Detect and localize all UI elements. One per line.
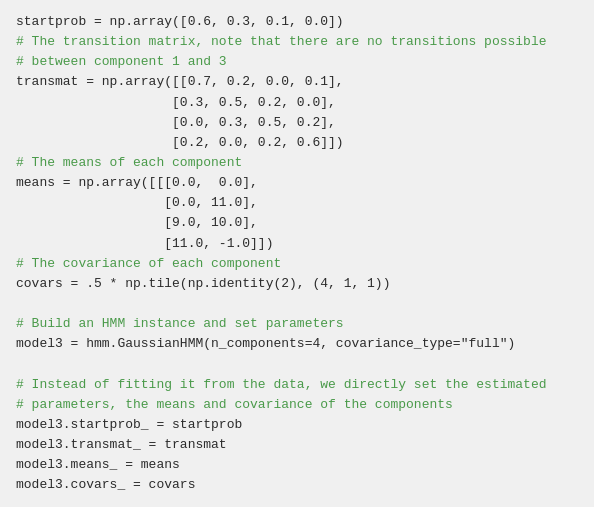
code-line: model3 = hmm.GaussianHMM(n_components=4,… xyxy=(16,334,578,354)
code-line: model3.means_ = means xyxy=(16,455,578,475)
code-line: [0.0, 0.3, 0.5, 0.2], xyxy=(16,113,578,133)
code-line: [0.3, 0.5, 0.2, 0.0], xyxy=(16,93,578,113)
code-line: model3.covars_ = covars xyxy=(16,475,578,495)
blank-line xyxy=(16,354,578,374)
code-line: [0.2, 0.0, 0.2, 0.6]]) xyxy=(16,133,578,153)
code-line: means = np.array([[[0.0, 0.0], xyxy=(16,173,578,193)
code-block: startprob = np.array([0.6, 0.3, 0.1, 0.0… xyxy=(0,0,594,507)
code-line: startprob = np.array([0.6, 0.3, 0.1, 0.0… xyxy=(16,12,578,32)
blank-line xyxy=(16,294,578,314)
comment-line: # between component 1 and 3 xyxy=(16,52,578,72)
comment-line: # Instead of fitting it from the data, w… xyxy=(16,375,578,395)
code-line: covars = .5 * np.tile(np.identity(2), (4… xyxy=(16,274,578,294)
comment-line: # parameters, the means and covariance o… xyxy=(16,395,578,415)
comment-line: # Build an HMM instance and set paramete… xyxy=(16,314,578,334)
code-line: model3.transmat_ = transmat xyxy=(16,435,578,455)
code-line: [0.0, 11.0], xyxy=(16,193,578,213)
code-line: transmat = np.array([[0.7, 0.2, 0.0, 0.1… xyxy=(16,72,578,92)
comment-line: # The covariance of each component xyxy=(16,254,578,274)
code-line: [11.0, -1.0]]) xyxy=(16,234,578,254)
comment-line: # The transition matrix, note that there… xyxy=(16,32,578,52)
code-line: [9.0, 10.0], xyxy=(16,213,578,233)
comment-line: # The means of each component xyxy=(16,153,578,173)
code-line: model3.startprob_ = startprob xyxy=(16,415,578,435)
